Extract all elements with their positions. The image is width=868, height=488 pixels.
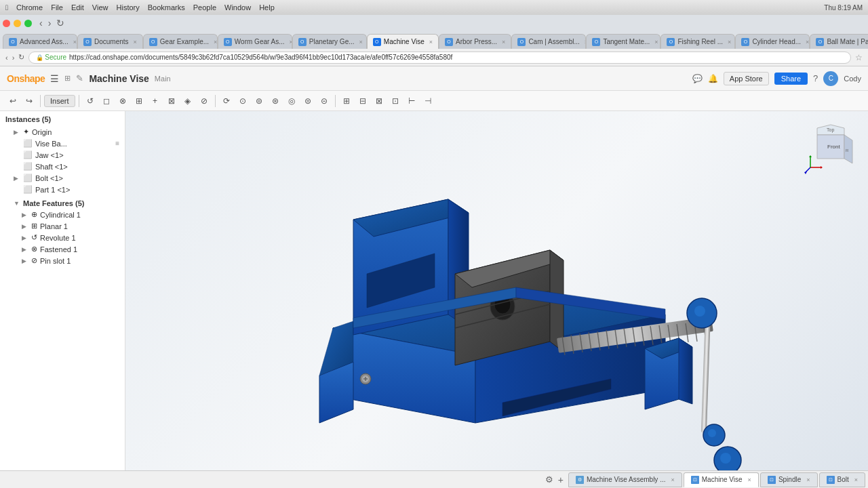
reload-button[interactable]: ↻: [54, 18, 66, 28]
user-avatar[interactable]: C: [823, 71, 838, 86]
view-cube[interactable]: Front Top R: [804, 121, 858, 176]
tool5-button[interactable]: ⊙: [235, 94, 250, 108]
window-minimize-button[interactable]: [14, 20, 21, 27]
window-menu[interactable]: Window: [224, 3, 251, 12]
notification-icon[interactable]: 💬: [692, 74, 703, 83]
mate-features-section[interactable]: ▼ Mate Features (5): [0, 198, 125, 209]
bookmarks-menu[interactable]: Bookmarks: [148, 3, 185, 12]
tool1-button[interactable]: ⊠: [164, 94, 179, 108]
bell-icon[interactable]: 🔔: [708, 74, 718, 83]
tree-item-revolute[interactable]: ▶ ↺ Revolute 1: [0, 232, 125, 243]
tab-close-icon[interactable]: ×: [728, 39, 731, 45]
hamburger-icon[interactable]: ☰: [50, 73, 59, 84]
part-button[interactable]: ◻: [99, 94, 114, 108]
tab-cam[interactable]: O Cam | Assembl... ×: [511, 34, 586, 49]
tab-fishing[interactable]: O Fishing Reel ... ×: [660, 34, 735, 49]
assembly-tab-close[interactable]: ×: [671, 476, 674, 483]
file-menu[interactable]: File: [51, 3, 63, 12]
tool10-button[interactable]: ⊝: [317, 94, 332, 108]
pencil-icon[interactable]: ✎: [76, 73, 83, 83]
tree-item-planar[interactable]: ▶ ⊞ Planar 1: [0, 220, 125, 232]
bottom-tab-assembly[interactable]: ⚙ Machine Vise Assembly ... ×: [568, 472, 682, 487]
bolt-tab-close[interactable]: ×: [854, 476, 858, 483]
tab-arbor-press[interactable]: O Arbor Press... ×: [439, 34, 511, 49]
tree-item-cylindrical[interactable]: ▶ ⊕ Cylindrical 1: [0, 209, 125, 220]
window-maximize-button[interactable]: [24, 20, 32, 27]
tree-item-part1[interactable]: ⬜ Part 1 <1>: [0, 184, 125, 195]
tab-gear-example[interactable]: O Gear Example... ×: [143, 34, 218, 49]
tab-documents[interactable]: O Documents ×: [77, 34, 143, 49]
tree-item-pinslot[interactable]: ▶ ⊘ Pin slot 1: [0, 255, 125, 266]
tree-item-bolt[interactable]: ▶ ⬜ Bolt <1>: [0, 172, 125, 184]
window-close-button[interactable]: [3, 20, 10, 27]
machinvise-tab-close[interactable]: ×: [748, 476, 751, 483]
tool3-button[interactable]: ⊘: [197, 94, 212, 108]
help-icon[interactable]: ?: [813, 73, 818, 83]
tab-close-icon[interactable]: ×: [502, 39, 505, 45]
address-input[interactable]: 🔒 Secure https://cad.onshape.com/documen…: [28, 52, 851, 64]
tool2-button[interactable]: ◈: [180, 94, 195, 108]
mate-button[interactable]: ⊗: [115, 94, 130, 108]
spindle-tab-close[interactable]: ×: [806, 476, 810, 483]
tool11-button[interactable]: ⊞: [339, 94, 354, 108]
tool4-button[interactable]: ⟳: [219, 94, 234, 108]
tab-planetary[interactable]: O Planetary Ge... ×: [292, 34, 367, 49]
forward-button[interactable]: ›: [46, 18, 54, 28]
bottom-tab-bolt[interactable]: ⊡ Bolt ×: [819, 472, 866, 487]
tab-machine-vise[interactable]: O Machine Vise ×: [367, 34, 439, 49]
bottom-tab-machinvise[interactable]: ⊡ Machine Vise ×: [684, 472, 759, 487]
viewport-3d[interactable]: Front Top R: [125, 111, 868, 470]
edit-menu[interactable]: Edit: [71, 3, 84, 12]
tab-tangent[interactable]: O Tangent Mate... ×: [586, 34, 660, 49]
back-button[interactable]: ‹: [37, 18, 45, 28]
bottom-tab-spindle[interactable]: ⊡ Spindle ×: [760, 472, 818, 487]
tab-close-icon[interactable]: ×: [134, 39, 137, 45]
tool16-button[interactable]: ⊣: [420, 94, 435, 108]
tree-item-jaw[interactable]: ⬜ Jaw <1>: [0, 149, 125, 161]
user-name[interactable]: Cody: [844, 75, 861, 83]
view-menu[interactable]: View: [92, 3, 108, 12]
tool15-button[interactable]: ⊢: [404, 94, 419, 108]
app-store-button[interactable]: App Store: [724, 72, 769, 85]
people-menu[interactable]: People: [193, 3, 216, 12]
insert-button[interactable]: Insert: [44, 95, 75, 107]
tab-advanced-asm[interactable]: O Advanced Ass... ×: [3, 34, 77, 49]
redo-button[interactable]: ↪: [22, 94, 37, 108]
help-menu[interactable]: Help: [259, 3, 275, 12]
tab-close-icon[interactable]: ×: [359, 39, 363, 45]
tab-worm-gear[interactable]: O Worm Gear As... ×: [218, 34, 292, 49]
tab-close-icon[interactable]: ×: [654, 39, 658, 45]
tree-item-fastened[interactable]: ▶ ⊗ Fastened 1: [0, 243, 125, 255]
add-tab-button[interactable]: +: [555, 474, 567, 486]
address-reload-button[interactable]: ↻: [18, 53, 24, 62]
group-button[interactable]: ⊞: [132, 94, 146, 108]
tool6-button[interactable]: ⊚: [252, 94, 267, 108]
share-button[interactable]: Share: [774, 73, 808, 85]
tab-close-icon[interactable]: ×: [806, 39, 809, 45]
tool12-button[interactable]: ⊟: [355, 94, 370, 108]
tab-ball-mate[interactable]: O Ball Mate | Pat... ×: [810, 34, 868, 49]
tree-item-shaft[interactable]: ⬜ Shaft <1>: [0, 161, 125, 172]
tool9-button[interactable]: ⊜: [300, 94, 315, 108]
settings-icon[interactable]: ⚙: [545, 474, 553, 485]
undo-button[interactable]: ↩: [5, 94, 20, 108]
address-forward-button[interactable]: ›: [12, 54, 15, 62]
tool13-button[interactable]: ⊠: [372, 94, 387, 108]
tool14-button[interactable]: ⊡: [388, 94, 403, 108]
tab-close-icon[interactable]: ×: [214, 39, 217, 45]
history-menu[interactable]: History: [117, 3, 140, 12]
tool7-button[interactable]: ⊛: [268, 94, 283, 108]
chrome-menu[interactable]: Chrome: [16, 3, 43, 12]
tab-close-active-icon[interactable]: ×: [429, 39, 433, 45]
tab-close-icon[interactable]: ×: [73, 39, 77, 45]
tool8-button[interactable]: ◎: [284, 94, 299, 108]
tree-item-vise-base[interactable]: ⬜ Vise Ba... ≡: [0, 138, 125, 149]
tree-item-origin[interactable]: ▶ ✦ Origin: [0, 126, 125, 138]
address-back-button[interactable]: ‹: [5, 54, 8, 62]
tab-cylinder[interactable]: O Cylinder Head... ×: [735, 34, 810, 49]
bookmark-icon[interactable]: ☆: [855, 53, 863, 62]
grid-icon[interactable]: ⊞: [64, 74, 71, 83]
rotate-button[interactable]: ↺: [83, 94, 98, 108]
assembly-tab-label: Machine Vise Assembly ...: [587, 476, 666, 483]
add-button[interactable]: +: [148, 94, 163, 108]
